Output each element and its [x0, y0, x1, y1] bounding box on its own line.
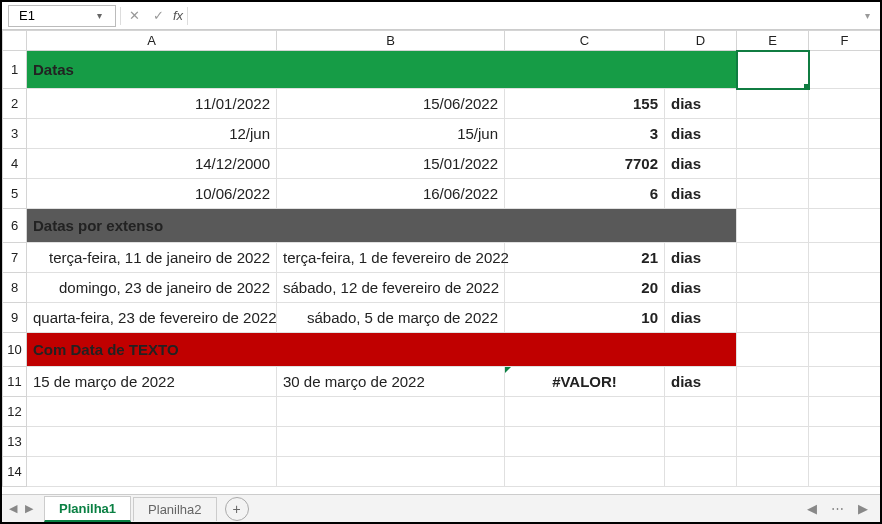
expand-icon[interactable]: ▾: [861, 10, 874, 21]
cell[interactable]: [27, 457, 277, 487]
cell[interactable]: [277, 427, 505, 457]
cell[interactable]: terça-feira, 1 de fevereiro de 2022: [277, 243, 505, 273]
cell[interactable]: [809, 427, 881, 457]
row-header[interactable]: 1: [3, 51, 27, 89]
cell[interactable]: 20: [505, 273, 665, 303]
cell[interactable]: [809, 333, 881, 367]
cell[interactable]: 30 de março de 2022: [277, 367, 505, 397]
cancel-icon[interactable]: ✕: [125, 8, 143, 23]
section-header-texto[interactable]: Com Data de TEXTO: [27, 333, 737, 367]
row-header[interactable]: 8: [3, 273, 27, 303]
cell[interactable]: dias: [665, 243, 737, 273]
row-header[interactable]: 14: [3, 457, 27, 487]
cell[interactable]: [737, 149, 809, 179]
cell[interactable]: 10/06/2022: [27, 179, 277, 209]
cell[interactable]: [809, 397, 881, 427]
cell[interactable]: 15/01/2022: [277, 149, 505, 179]
row-header[interactable]: 7: [3, 243, 27, 273]
spreadsheet-grid[interactable]: A B C D E F 1 Datas 2 11/01/2022 15/06/2…: [2, 30, 880, 492]
col-header-e[interactable]: E: [737, 31, 809, 51]
row-header[interactable]: 12: [3, 397, 27, 427]
section-header-extenso[interactable]: Datas por extenso: [27, 209, 737, 243]
cell[interactable]: [809, 273, 881, 303]
cell[interactable]: [277, 457, 505, 487]
row-header[interactable]: 6: [3, 209, 27, 243]
sheet-tab-planilha2[interactable]: Planilha2: [133, 497, 217, 521]
cell[interactable]: dias: [665, 149, 737, 179]
cell[interactable]: 15 de março de 2022: [27, 367, 277, 397]
cell[interactable]: [809, 243, 881, 273]
col-header-f[interactable]: F: [809, 31, 881, 51]
cell[interactable]: 15/06/2022: [277, 89, 505, 119]
row-header[interactable]: 3: [3, 119, 27, 149]
cell[interactable]: 6: [505, 179, 665, 209]
tab-next-icon[interactable]: ▶: [22, 502, 36, 515]
name-box-input[interactable]: [9, 8, 89, 23]
name-box[interactable]: ▾: [8, 5, 116, 27]
cell[interactable]: domingo, 23 de janeiro de 2022: [27, 273, 277, 303]
section-header-datas[interactable]: Datas: [27, 51, 737, 89]
cell[interactable]: 16/06/2022: [277, 179, 505, 209]
cell[interactable]: 21: [505, 243, 665, 273]
cell[interactable]: [277, 397, 505, 427]
row-header[interactable]: 5: [3, 179, 27, 209]
cell[interactable]: [665, 427, 737, 457]
cell[interactable]: sábado, 12 de fevereiro de 2022: [277, 273, 505, 303]
tab-dots-icon[interactable]: ⋯: [831, 501, 844, 516]
cell[interactable]: 155: [505, 89, 665, 119]
cell[interactable]: [809, 179, 881, 209]
cell[interactable]: [737, 179, 809, 209]
tab-prev-icon[interactable]: ◀: [6, 502, 20, 515]
cell[interactable]: sábado, 5 de março de 2022: [277, 303, 505, 333]
cell[interactable]: dias: [665, 303, 737, 333]
row-header[interactable]: 11: [3, 367, 27, 397]
cell[interactable]: 11/01/2022: [27, 89, 277, 119]
cell[interactable]: dias: [665, 179, 737, 209]
cell[interactable]: dias: [665, 119, 737, 149]
col-header-d[interactable]: D: [665, 31, 737, 51]
cell[interactable]: [809, 51, 881, 89]
cell[interactable]: [737, 427, 809, 457]
chevron-down-icon[interactable]: ▾: [89, 10, 109, 21]
confirm-icon[interactable]: ✓: [149, 8, 167, 23]
cell-error[interactable]: #VALOR!: [505, 367, 665, 397]
cell[interactable]: [737, 303, 809, 333]
cell[interactable]: [737, 119, 809, 149]
select-all-corner[interactable]: [3, 31, 27, 51]
formula-input[interactable]: [192, 6, 857, 26]
cell[interactable]: [737, 397, 809, 427]
row-header[interactable]: 4: [3, 149, 27, 179]
tab-scroll-right-icon[interactable]: ▶: [858, 501, 868, 516]
cell[interactable]: [809, 367, 881, 397]
cell[interactable]: 15/jun: [277, 119, 505, 149]
row-header[interactable]: 9: [3, 303, 27, 333]
cell-e1[interactable]: [737, 51, 809, 89]
cell[interactable]: [737, 273, 809, 303]
cell[interactable]: [737, 367, 809, 397]
cell[interactable]: [737, 333, 809, 367]
cell[interactable]: dias: [665, 367, 737, 397]
cell[interactable]: dias: [665, 89, 737, 119]
cell[interactable]: [809, 303, 881, 333]
cell[interactable]: quarta-feira, 23 de fevereiro de 2022: [27, 303, 277, 333]
cell[interactable]: 7702: [505, 149, 665, 179]
cell[interactable]: [737, 209, 809, 243]
cell[interactable]: [737, 89, 809, 119]
cell[interactable]: dias: [665, 273, 737, 303]
col-header-c[interactable]: C: [505, 31, 665, 51]
fx-icon[interactable]: fx: [173, 8, 183, 23]
cell[interactable]: [809, 89, 881, 119]
cell[interactable]: [809, 457, 881, 487]
cell[interactable]: [665, 397, 737, 427]
cell[interactable]: [505, 397, 665, 427]
tab-scroll-left-icon[interactable]: ◀: [807, 501, 817, 516]
cell[interactable]: [505, 457, 665, 487]
cell[interactable]: 3: [505, 119, 665, 149]
col-header-a[interactable]: A: [27, 31, 277, 51]
row-header[interactable]: 13: [3, 427, 27, 457]
cell[interactable]: 12/jun: [27, 119, 277, 149]
cell[interactable]: [737, 243, 809, 273]
cell[interactable]: [809, 149, 881, 179]
cell[interactable]: [665, 457, 737, 487]
cell[interactable]: 10: [505, 303, 665, 333]
